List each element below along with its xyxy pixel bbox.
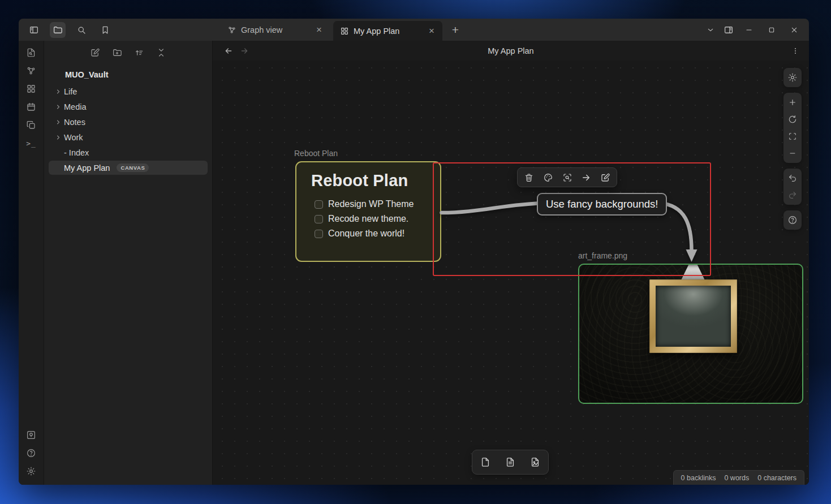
view-header: My App Plan (213, 41, 809, 61)
canvas-help-button[interactable] (785, 212, 800, 229)
tab-label: My App Plan (354, 27, 422, 36)
trash-icon[interactable] (524, 173, 534, 183)
toggle-left-sidebar-button[interactable] (26, 22, 42, 38)
collapse-all-button[interactable] (154, 46, 168, 59)
zoom-out-button[interactable] (785, 145, 800, 162)
new-canvas-button[interactable] (23, 81, 39, 97)
settings-button[interactable] (23, 463, 39, 479)
todo-label: Recode new theme. (328, 214, 408, 224)
tab-strip: Graph view × My App Plan × + (213, 19, 696, 41)
zoom-out-icon (788, 149, 797, 158)
navigate-back-button[interactable] (221, 44, 236, 58)
close-button[interactable] (783, 19, 806, 41)
todo-item: Conquer the world! (296, 226, 440, 241)
new-note-button[interactable] (88, 46, 102, 59)
explorer-item-notes[interactable]: Notes (49, 114, 208, 130)
edge-direction-icon[interactable] (581, 173, 591, 183)
help-button[interactable] (23, 445, 39, 461)
explorer-item-work[interactable]: Work (49, 130, 208, 145)
edit-icon[interactable] (600, 173, 610, 183)
maximize-icon (767, 25, 776, 35)
forward-arrow-icon (240, 46, 249, 55)
backlinks-count[interactable]: 0 backlinks (681, 474, 716, 482)
maximize-button[interactable] (760, 19, 783, 41)
undo-icon (788, 174, 797, 183)
note-card-title: Reboot Plan (311, 171, 440, 190)
note-card-name: Reboot Plan (294, 149, 338, 158)
image-card[interactable] (578, 264, 803, 404)
templates-button[interactable] (23, 117, 39, 133)
zoom-to-selection-icon[interactable] (562, 173, 572, 183)
calendar-icon (26, 102, 36, 112)
tab-my-app-plan[interactable]: My App Plan × (333, 21, 442, 41)
titlebar[interactable]: Graph view × My App Plan × + (19, 19, 809, 41)
zoom-in-button[interactable] (785, 94, 800, 111)
collapse-all-icon (156, 48, 166, 58)
reset-zoom-button[interactable] (785, 111, 800, 128)
canvas[interactable]: Reboot Plan art_frame.png Reboot Plan Re… (213, 61, 809, 485)
more-options-button[interactable] (791, 46, 800, 55)
explorer-item-index[interactable]: - Index (49, 145, 208, 160)
explorer-item-life[interactable]: Life (49, 84, 208, 99)
character-count[interactable]: 0 characters (757, 474, 796, 482)
folder-label: Work (64, 133, 83, 142)
note-card[interactable]: Reboot Plan Redesign WP Theme Recode new… (295, 161, 441, 262)
graph-view-button[interactable] (23, 63, 39, 79)
todo-item: Redesign WP Theme (296, 197, 440, 212)
quick-switcher-icon (26, 48, 36, 58)
add-card-icon[interactable] (480, 456, 491, 468)
canvas-badge: CANVAS (117, 163, 149, 172)
file-explorer: MUO_Vault Life Media Notes (44, 41, 213, 485)
tab-list-button[interactable] (701, 19, 720, 41)
canvas-item-toolbar (517, 167, 617, 187)
reset-zoom-icon (788, 115, 797, 124)
chevron-down-icon (706, 25, 715, 35)
canvas-add-toolbar (472, 450, 549, 475)
redo-button[interactable] (785, 187, 800, 204)
titlebar-left-actions (19, 19, 213, 41)
terminal-button[interactable]: >_ (23, 135, 39, 151)
fit-view-icon (788, 132, 797, 141)
tab-close-icon[interactable]: × (314, 24, 324, 36)
todo-item: Recode new theme. (296, 212, 440, 226)
toggle-right-sidebar-button[interactable] (720, 19, 738, 41)
canvas-settings-button[interactable] (785, 69, 800, 86)
edge-label[interactable]: Use fancy backgrounds! (537, 193, 667, 216)
todo-checkbox[interactable] (315, 215, 323, 223)
vault-icon (26, 430, 36, 440)
sort-order-button[interactable] (132, 46, 146, 59)
todo-checkbox[interactable] (315, 230, 323, 238)
word-count[interactable]: 0 words (724, 474, 749, 482)
add-note-icon[interactable] (505, 456, 516, 468)
tab-close-icon[interactable]: × (427, 25, 437, 37)
vault-name[interactable]: MUO_Vault (49, 68, 208, 81)
new-folder-button[interactable] (110, 46, 124, 59)
sidebar-right-toggle-icon (724, 25, 734, 35)
undo-button[interactable] (785, 170, 800, 187)
quick-switcher-button[interactable] (23, 45, 39, 61)
tab-label: Graph view (241, 25, 309, 35)
window-body: >_ MUO_Vault Life (19, 41, 809, 485)
search-button[interactable] (74, 22, 89, 38)
bookmarks-button[interactable] (97, 22, 113, 38)
navigate-forward-button[interactable] (236, 44, 252, 58)
explorer-item-my-app-plan[interactable]: My App Plan CANVAS (49, 161, 208, 175)
folder-label: Life (64, 87, 77, 96)
daily-note-button[interactable] (23, 99, 39, 115)
chevron-right-icon (55, 104, 62, 110)
zoom-to-fit-button[interactable] (785, 128, 800, 145)
vault-switcher-button[interactable] (23, 427, 39, 443)
picture-frame (649, 279, 737, 353)
zoom-group (783, 93, 802, 163)
tab-graph-view[interactable]: Graph view × (221, 19, 330, 41)
minimize-button[interactable] (738, 19, 760, 41)
explorer-item-media[interactable]: Media (49, 99, 208, 114)
palette-icon[interactable] (543, 173, 553, 183)
add-media-icon[interactable] (529, 456, 541, 468)
files-button[interactable] (50, 22, 66, 38)
todo-label: Conquer the world! (328, 229, 404, 239)
todo-checkbox[interactable] (315, 200, 323, 209)
new-tab-button[interactable]: + (446, 19, 465, 41)
todo-label: Redesign WP Theme (328, 199, 414, 209)
vault-name-label: MUO_Vault (65, 70, 109, 79)
